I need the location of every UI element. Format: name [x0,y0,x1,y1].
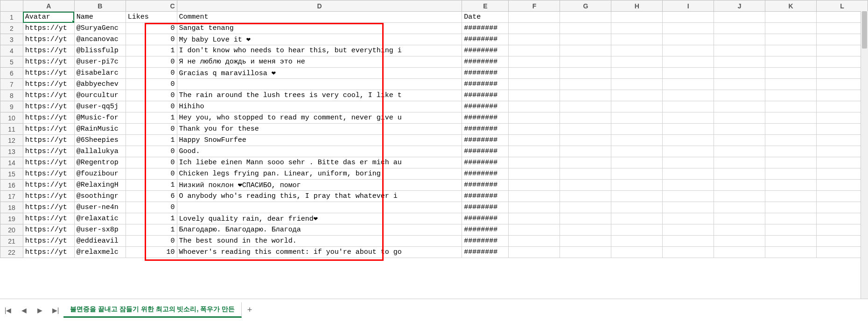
row-header-21[interactable]: 21 [0,236,23,247]
cell-E4[interactable]: ######## [462,45,509,56]
cell-D21[interactable]: The best sound in the world. [177,236,462,247]
cell-B1[interactable]: Name [74,12,126,23]
cell-E5[interactable]: ######## [462,56,509,68]
row-header-10[interactable]: 10 [0,112,23,124]
row-header-4[interactable]: 4 [0,45,23,56]
row-header-22[interactable]: 22 [0,247,23,258]
cell-C6[interactable]: 0 [126,68,177,79]
vertical-scrollbar[interactable] [861,11,868,299]
cell-E20[interactable]: ######## [462,224,509,236]
cell-B17[interactable]: @soothingr [74,191,126,202]
cell-C21[interactable]: 0 [126,236,177,247]
cell-D7[interactable] [177,79,462,90]
col-header-H[interactable]: H [611,0,663,12]
cell-C8[interactable]: 0 [126,90,177,101]
cell-C20[interactable]: 1 [126,224,177,236]
cell-A13[interactable]: https://yt [23,146,74,157]
cell-D10[interactable]: Hey you, who stopped to read my comment,… [177,112,462,124]
cell-B16[interactable]: @RelaxingH [74,180,126,191]
cell-B13[interactable]: @allalukya [74,146,126,157]
cell-D16[interactable]: Низкий поклон ❤СПАСИБО, помог [177,180,462,191]
col-header-G[interactable]: G [560,0,611,12]
cell-A6[interactable]: https://yt [23,68,74,79]
cell-A12[interactable]: https://yt [23,135,74,146]
row-header-16[interactable]: 16 [0,180,23,191]
row-header-14[interactable]: 14 [0,157,23,168]
row-header-8[interactable]: 8 [0,90,23,101]
row-header-13[interactable]: 13 [0,146,23,157]
sheet-nav-first-icon[interactable]: |◀ [0,302,16,318]
cell-D15[interactable]: Chicken legs frying pan. Linear, uniform… [177,168,462,180]
cell-E3[interactable]: ######## [462,34,509,45]
cell-E6[interactable]: ######## [462,68,509,79]
cell-C18[interactable]: 0 [126,202,177,213]
cell-A4[interactable]: https://yt [23,45,74,56]
cell-E13[interactable]: ######## [462,146,509,157]
row-header-11[interactable]: 11 [0,124,23,135]
cell-B14[interactable]: @Regentrop [74,157,126,168]
cell-C13[interactable]: 0 [126,146,177,157]
cell-B15[interactable]: @fouzibour [74,168,126,180]
cell-C14[interactable]: 0 [126,157,177,168]
cell-C17[interactable]: 6 [126,191,177,202]
cell-E7[interactable]: ######## [462,79,509,90]
cell-C1[interactable]: Likes [126,12,177,23]
spreadsheet-grid[interactable]: A B C D E F G H I J K L 1 Avatar Name Li… [0,0,868,258]
col-header-A[interactable]: A [23,0,74,12]
cell-B22[interactable]: @relaxmelc [74,247,126,258]
cell-C10[interactable]: 1 [126,112,177,124]
cell-C3[interactable]: 0 [126,34,177,45]
cell-D1[interactable]: Comment [177,12,462,23]
select-all-corner[interactable] [0,0,23,12]
cell-E16[interactable]: ######## [462,180,509,191]
cell-F1[interactable] [509,12,560,23]
cell-B12[interactable]: @6Sheepies [74,135,126,146]
cell-A21[interactable]: https://yt [23,236,74,247]
cell-E17[interactable]: ######## [462,191,509,202]
cell-B5[interactable]: @user-pi7c [74,56,126,68]
cell-D3[interactable]: My baby Love it ❤ [177,34,462,45]
cell-B19[interactable]: @relaxatic [74,213,126,224]
cell-E15[interactable]: ######## [462,168,509,180]
cell-E2[interactable]: ######## [462,23,509,34]
cell-A18[interactable]: https://yt [23,202,74,213]
cell-C16[interactable]: 1 [126,180,177,191]
cell-D2[interactable]: Sangat tenang [177,23,462,34]
cell-E12[interactable]: ######## [462,135,509,146]
cell-A20[interactable]: https://yt [23,224,74,236]
cell-L1[interactable] [817,12,868,23]
cell-A16[interactable]: https://yt [23,180,74,191]
col-header-K[interactable]: K [765,0,817,12]
col-header-F[interactable]: F [509,0,560,12]
cell-D5[interactable]: Я не люблю дождь и меня это не [177,56,462,68]
col-header-L[interactable]: L [817,0,868,12]
cell-A5[interactable]: https://yt [23,56,74,68]
sheet-nav-next-icon[interactable]: ▶ [32,302,48,318]
row-header-1[interactable]: 1 [0,12,23,23]
sheet-tab-active[interactable]: 불면증을 끝내고 잠들기 위한 최고의 빗소리, 폭우가 만든 [63,302,242,318]
cell-B3[interactable]: @ancanovac [74,34,126,45]
row-header-3[interactable]: 3 [0,34,23,45]
cell-A8[interactable]: https://yt [23,90,74,101]
row-header-15[interactable]: 15 [0,168,23,180]
col-header-I[interactable]: I [663,0,714,12]
cell-A9[interactable]: https://yt [23,101,74,112]
cell-C4[interactable]: 1 [126,45,177,56]
add-sheet-button[interactable]: + [242,302,258,318]
cell-J1[interactable] [714,12,765,23]
col-header-C[interactable]: C [126,0,177,12]
col-header-J[interactable]: J [714,0,765,12]
cell-B20[interactable]: @user-sx8p [74,224,126,236]
cell-D14[interactable]: Ich liebe einen Mann sooo sehr . Bitte d… [177,157,462,168]
cell-D11[interactable]: Thank you for these [177,124,462,135]
row-header-18[interactable]: 18 [0,202,23,213]
cell-E14[interactable]: ######## [462,157,509,168]
cell-D4[interactable]: I don't know who needs to hear this, but… [177,45,462,56]
cell-E18[interactable]: ######## [462,202,509,213]
cell-D6[interactable]: Gracias q maravillosa ❤ [177,68,462,79]
sheet-nav-last-icon[interactable]: ▶| [48,302,63,318]
cell-E22[interactable]: ######## [462,247,509,258]
cell-D17[interactable]: O anybody who's reading this, I pray tha… [177,191,462,202]
cell-A3[interactable]: https://yt [23,34,74,45]
cell-E19[interactable]: ######## [462,213,509,224]
